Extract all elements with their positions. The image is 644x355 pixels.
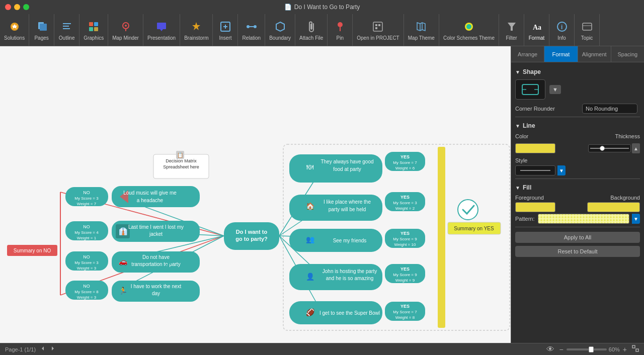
pattern-row: Pattern: ▼: [515, 214, 640, 224]
page-prev-button[interactable]: [40, 345, 46, 353]
pattern-dropdown-button[interactable]: ▼: [632, 214, 640, 224]
line-color-swatch[interactable]: [515, 143, 555, 153]
shape-preview-box: [515, 79, 545, 100]
zoom-slider[interactable]: [567, 348, 607, 350]
toolbar-solutions[interactable]: Solutions: [0, 14, 29, 46]
toolbar-attach-file[interactable]: Attach File: [295, 14, 328, 46]
toolbar-open-in-project[interactable]: Open in PROJECT: [353, 14, 404, 46]
maximize-button[interactable]: [23, 4, 29, 10]
tab-spacing[interactable]: Spacing: [611, 46, 644, 62]
zoom-in-button[interactable]: +: [622, 345, 628, 353]
style-label: Style: [515, 157, 527, 163]
toolbar-filter[interactable]: Filter: [499, 14, 524, 46]
panel-content: ▼ Shape ▼ Corner Rounder: [511, 62, 644, 343]
toolbar-graphics[interactable]: Graphics: [79, 14, 108, 46]
svg-text:📋: 📋: [177, 152, 184, 158]
color-label: Color: [515, 133, 528, 139]
toolbar-info[interactable]: i Info: [549, 14, 575, 46]
shape-header[interactable]: ▼ Shape: [515, 66, 640, 77]
filter-label: Filter: [506, 35, 517, 41]
eye-icon: 👁: [546, 345, 554, 354]
svg-text:🍽: 🍽: [306, 163, 313, 171]
tab-alignment[interactable]: Alignment: [578, 46, 611, 62]
toolbar-pin[interactable]: Pin: [328, 14, 353, 46]
corner-rounder-select[interactable]: No Rounding Slight Medium Full: [582, 104, 637, 114]
svg-rect-42: [438, 147, 445, 328]
svg-text:Last time I went I lost my: Last time I went I lost my: [128, 224, 184, 230]
canvas[interactable]: Do I want to go to party? Decision Matri…: [0, 46, 511, 343]
pattern-label: Pattern:: [515, 216, 535, 222]
toolbar-presentation[interactable]: Presentation: [143, 14, 180, 46]
svg-rect-5: [63, 26, 69, 27]
page-next-button[interactable]: [50, 345, 56, 353]
svg-text:Weight = 2: Weight = 2: [395, 206, 415, 211]
toolbar-format[interactable]: Aa Format: [524, 14, 549, 46]
svg-text:Weight = 7: Weight = 7: [77, 202, 97, 206]
shape-preview-area: ▼: [515, 79, 640, 100]
background-swatch[interactable]: [587, 202, 640, 212]
svg-rect-27: [375, 24, 377, 26]
minimize-button[interactable]: [14, 4, 20, 10]
svg-rect-4: [63, 23, 71, 24]
svg-rect-145: [636, 349, 638, 351]
svg-rect-9: [89, 27, 93, 31]
close-button[interactable]: [5, 4, 11, 10]
thickness-line: [590, 148, 629, 149]
zoom-thumb: [589, 346, 594, 352]
style-dropdown-button[interactable]: ▼: [557, 165, 566, 175]
presentation-label: Presentation: [147, 35, 176, 41]
style-select-area: ▼: [515, 165, 640, 175]
shape-dropdown-button[interactable]: ▼: [549, 85, 561, 94]
svg-text:i: i: [561, 24, 562, 31]
toolbar-color-schemes[interactable]: Color Schemes Theme: [439, 14, 499, 46]
line-color-row: Color Thickness: [515, 131, 640, 141]
zoom-out-button[interactable]: −: [558, 345, 565, 353]
svg-text:jacket: jacket: [149, 231, 163, 237]
apply-to-all-button[interactable]: Apply to All: [515, 232, 640, 243]
toolbar-map-theme[interactable]: Map Theme: [404, 14, 439, 46]
tab-format[interactable]: Format: [544, 46, 578, 62]
line-header[interactable]: ▼ Line: [515, 120, 640, 131]
fill-labels-row: Foreground Background: [515, 195, 640, 201]
thickness-spinner-up[interactable]: ▲: [632, 143, 640, 153]
solutions-icon: [8, 20, 22, 34]
svg-text:👔: 👔: [119, 227, 128, 236]
toolbar-pages[interactable]: Pages: [29, 14, 54, 46]
relation-label: Relation: [242, 35, 261, 41]
pattern-swatch[interactable]: [538, 214, 629, 224]
toolbar-brainstorm[interactable]: Brainstorm: [180, 14, 213, 46]
line-style-row: Style: [515, 155, 640, 165]
foreground-swatch[interactable]: [515, 202, 555, 212]
svg-marker-35: [508, 23, 516, 31]
svg-text:👤: 👤: [306, 273, 315, 281]
insert-label: Insert: [219, 35, 231, 41]
toolbar-topic[interactable]: Topic: [575, 14, 600, 46]
line-divider: [515, 179, 640, 179]
svg-text:My Score = 9: My Score = 9: [393, 273, 417, 277]
toolbar: Solutions Pages Outline Graphics Map Min…: [0, 14, 644, 46]
corner-rounder-select-wrapper: No Rounding Slight Medium Full: [582, 104, 640, 114]
svg-text:Summary on YES: Summary on YES: [454, 226, 494, 231]
toolbar-insert[interactable]: Insert: [213, 14, 238, 46]
tab-arrange[interactable]: Arrange: [511, 46, 544, 62]
fill-header[interactable]: ▼ Fill: [515, 182, 640, 193]
fill-label: Fill: [523, 184, 531, 191]
toolbar-outline[interactable]: Outline: [54, 14, 79, 46]
zoom-fit-button[interactable]: [632, 345, 639, 353]
svg-marker-143: [52, 346, 54, 350]
svg-text:Spreadsheet here: Spreadsheet here: [163, 164, 199, 169]
topic-icon: [580, 20, 594, 34]
svg-text:YES: YES: [400, 195, 410, 200]
fill-section: ▼ Fill Foreground Background Pattern: ▼: [515, 182, 640, 224]
svg-text:Decision Matrix: Decision Matrix: [166, 158, 197, 163]
open-in-project-label: Open in PROJECT: [357, 35, 399, 41]
toolbar-relation[interactable]: Relation: [238, 14, 265, 46]
toolbar-boundary[interactable]: Boundary: [265, 14, 295, 46]
svg-text:party will be held: party will be held: [329, 207, 366, 212]
svg-rect-6: [63, 28, 70, 29]
pages-label: Pages: [34, 35, 48, 41]
shape-label: Shape: [523, 68, 541, 75]
reset-to-default-button[interactable]: Reset to Default: [515, 246, 640, 257]
toolbar-map-minder[interactable]: Map Minder: [108, 14, 143, 46]
window-controls[interactable]: [5, 4, 29, 10]
